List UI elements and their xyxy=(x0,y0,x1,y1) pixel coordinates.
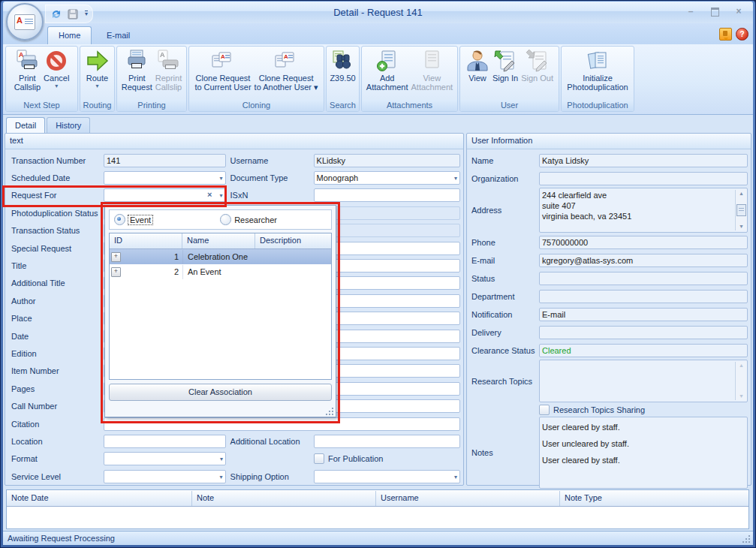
z3950-button[interactable]: Z39.50 xyxy=(328,48,357,100)
username-field[interactable]: KLidsky xyxy=(314,154,460,167)
button-label: Clone Request to Another User ▾ xyxy=(255,74,318,92)
detail-history-tabs: Detail History xyxy=(6,117,92,133)
research-topics-scrollbar[interactable]: ▲▼ xyxy=(735,362,747,400)
radio-icon[interactable] xyxy=(220,214,231,225)
app-logo-icon: A xyxy=(14,14,35,30)
field-label: Format xyxy=(8,454,104,463)
field-label: Location xyxy=(8,437,104,446)
window-resize-grip[interactable] xyxy=(743,536,750,543)
citation-field[interactable] xyxy=(104,417,460,431)
grid-row[interactable]: +2 An Event xyxy=(110,264,331,279)
grid-column-header[interactable]: Description xyxy=(255,233,331,248)
maximize-button[interactable] xyxy=(706,6,723,17)
button-label: View xyxy=(468,74,486,83)
tab-home[interactable]: Home xyxy=(47,26,92,44)
sign-in-icon xyxy=(493,49,517,73)
print-request-button[interactable]: Print Request xyxy=(120,48,154,100)
button-label: Initialize Photoduplication xyxy=(567,74,628,92)
grid-row[interactable]: +1 Celebration One xyxy=(110,249,331,264)
field-label: Title xyxy=(8,261,104,270)
field-label: Item Number xyxy=(8,366,104,375)
additional-location-field[interactable] xyxy=(314,435,460,448)
chevron-down-icon[interactable]: ▾ xyxy=(220,456,223,462)
field-label: Transaction Number xyxy=(8,156,104,165)
pin-icon[interactable] xyxy=(719,28,732,41)
notification-field: E-mail xyxy=(539,308,748,321)
route-button[interactable]: Route ▾ xyxy=(84,48,111,100)
service-level-dropdown[interactable]: ▾ xyxy=(104,470,226,483)
researcher-radio[interactable]: Researcher xyxy=(220,214,277,225)
field-label: Author xyxy=(8,297,104,306)
expand-plus-icon[interactable]: + xyxy=(111,267,121,277)
ribbon-group-printing: Print Request A Reprint Callslip Printin… xyxy=(116,46,187,112)
minimize-button[interactable]: – xyxy=(682,6,699,17)
chevron-down-icon[interactable]: ▾ xyxy=(454,175,457,182)
view-user-button[interactable]: View xyxy=(464,48,491,100)
group-caption: User xyxy=(460,100,559,111)
help-icon[interactable]: ? xyxy=(736,28,748,41)
event-radio[interactable]: Event xyxy=(114,214,152,225)
field-label: Phone xyxy=(470,238,539,247)
document-type-dropdown[interactable]: Monograph▾ xyxy=(314,171,460,185)
group-caption: Attachments xyxy=(362,100,457,111)
phone-field: 7570000000 xyxy=(539,236,748,249)
field-label: Photoduplication Status xyxy=(8,209,104,218)
group-caption: Search xyxy=(327,100,359,111)
research-topics-sharing-checkbox[interactable]: Research Topics Sharing xyxy=(539,405,645,415)
shipping-option-dropdown[interactable]: ▾ xyxy=(314,470,460,483)
transaction-number-field[interactable]: 141 xyxy=(104,154,226,167)
delivery-field xyxy=(539,326,748,339)
checkbox-icon[interactable] xyxy=(314,453,324,464)
user-name-field: Katya Lidsky xyxy=(539,154,748,167)
field-label: Special Request xyxy=(8,244,104,253)
clear-x-icon[interactable]: × xyxy=(207,190,212,199)
field-label: Department xyxy=(470,292,539,301)
field-label: Document Type xyxy=(226,173,314,182)
tab-detail[interactable]: Detail xyxy=(6,117,45,133)
tab-email[interactable]: E-mail xyxy=(96,27,140,44)
application-menu-button[interactable]: A xyxy=(6,3,44,41)
clone-to-current-user-button[interactable]: A Clone Request to Current User xyxy=(193,48,252,100)
chevron-down-icon[interactable]: ▾ xyxy=(220,192,223,199)
scrollbar-thumb[interactable] xyxy=(736,204,746,216)
checkbox-icon[interactable] xyxy=(539,405,550,415)
radio-icon[interactable] xyxy=(114,214,125,225)
format-dropdown[interactable]: ▾ xyxy=(104,452,226,465)
popup-resize-grip[interactable] xyxy=(327,408,333,415)
expand-plus-icon[interactable]: + xyxy=(111,252,121,262)
for-publication-checkbox[interactable]: For Publication xyxy=(314,453,383,464)
location-field[interactable] xyxy=(104,435,226,448)
association-type-radios: Event Researcher xyxy=(109,209,332,230)
department-field xyxy=(539,290,748,303)
notes-column-header[interactable]: Note Type xyxy=(560,491,748,506)
request-for-dropdown[interactable]: ×▾ xyxy=(104,188,226,202)
grid-column-header[interactable]: Name xyxy=(182,233,255,248)
group-caption: Photoduplication xyxy=(562,100,634,111)
chevron-down-icon[interactable]: ▾ xyxy=(454,474,457,480)
chevron-down-icon[interactable]: ▾ xyxy=(220,175,223,182)
notes-table: Note Date Note Username Note Type xyxy=(6,489,749,529)
field-label: Call Number xyxy=(8,402,104,411)
research-topics-field: ▲▼ xyxy=(539,360,748,402)
chevron-down-icon[interactable]: ▾ xyxy=(220,474,223,480)
notes-column-header[interactable]: Note Date xyxy=(7,491,192,506)
clone-request-icon: A xyxy=(274,49,298,73)
add-attachment-button[interactable]: Add Attachment xyxy=(365,48,410,100)
sign-out-icon xyxy=(526,49,550,73)
svg-text:A: A xyxy=(221,53,225,60)
scheduled-date-dropdown[interactable]: ▾ xyxy=(104,171,226,185)
isxn-field[interactable] xyxy=(314,188,460,202)
clone-to-another-user-button[interactable]: A Clone Request to Another User ▾ xyxy=(253,48,320,100)
print-callslip-button[interactable]: A Print Callslip xyxy=(13,48,42,100)
grid-column-header[interactable]: ID xyxy=(110,233,182,248)
notes-column-header[interactable]: Username xyxy=(376,491,560,506)
notes-column-header[interactable]: Note xyxy=(192,491,376,506)
initialize-photoduplication-button[interactable]: Initialize Photoduplication xyxy=(565,48,629,100)
field-label: Citation xyxy=(8,420,104,429)
clear-association-button[interactable]: Clear Association xyxy=(109,384,332,401)
sign-in-button[interactable]: Sign In xyxy=(491,48,520,100)
address-scrollbar[interactable]: ▲▼ xyxy=(735,190,747,230)
cancel-button[interactable]: Cancel ▾ xyxy=(42,48,71,100)
tab-history[interactable]: History xyxy=(47,117,90,133)
close-button[interactable]: × xyxy=(730,6,747,17)
